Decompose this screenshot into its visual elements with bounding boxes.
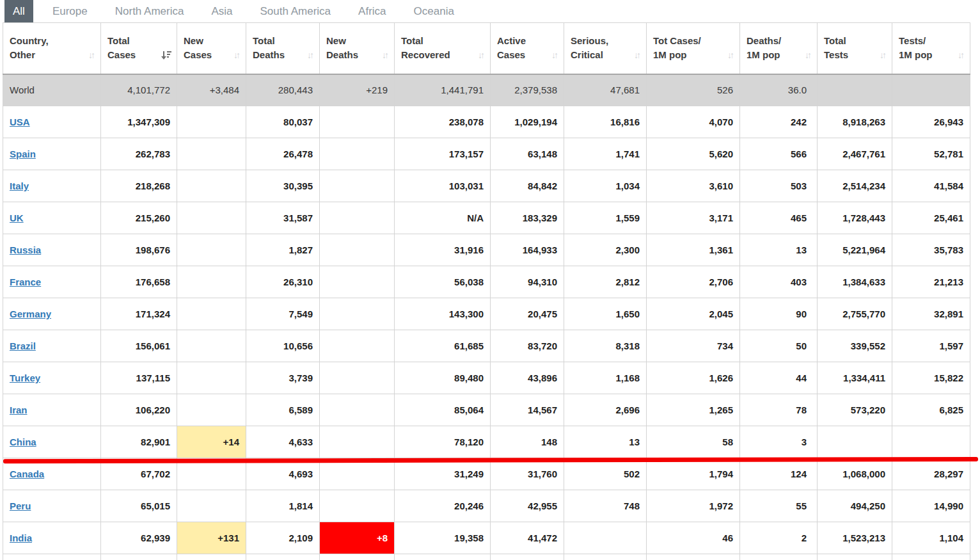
cell-cases-per-1m: 2,706	[647, 266, 740, 298]
cell-total-cases: 1,347,309	[101, 106, 177, 138]
column-header-new-cases[interactable]: NewCases↓↑	[177, 23, 246, 74]
cell-total-cases: 62,939	[101, 522, 177, 554]
table-row-india: India62,939+1312,109+819,35841,4724621,5…	[3, 522, 970, 554]
country-link-turkey[interactable]: Turkey	[10, 372, 40, 383]
cell-total-recovered: N/A	[395, 202, 491, 234]
cell-new-cases	[177, 490, 246, 522]
country-link-china[interactable]: China	[10, 436, 36, 447]
cell-total-tests: 573,220	[818, 394, 892, 426]
tab-asia[interactable]: Asia	[203, 0, 241, 22]
cell-deaths-per-1m: 36.0	[740, 74, 818, 106]
tab-south-america[interactable]: South America	[252, 0, 340, 22]
column-header-deaths-per-1m[interactable]: Deaths/1M pop↓↑	[740, 23, 818, 74]
country-link-brazil[interactable]: Brazil	[10, 340, 36, 351]
cell-tests-per-1m: 32,891	[892, 298, 970, 330]
cell-cases-per-1m: 46	[647, 522, 740, 554]
table-row-uk: UK215,26031,587N/A183,3291,5593,1714651,…	[3, 202, 970, 234]
cell-total-tests	[818, 426, 892, 458]
country-link-germany[interactable]: Germany	[10, 308, 51, 319]
country-link-france[interactable]: France	[10, 276, 41, 287]
cell-tests-per-1m	[892, 74, 970, 106]
cell-active-cases: 43,896	[491, 362, 564, 394]
cell-serious-critical: 8,318	[564, 330, 647, 362]
column-header-tests-per-1m[interactable]: Tests/1M pop↓↑	[892, 23, 970, 74]
cell-total-recovered: 20,246	[395, 490, 491, 522]
sort-arrows-icon: ↓↑	[958, 48, 965, 62]
cell-country: USA	[3, 106, 101, 138]
cell-tests-per-1m: 41,584	[892, 170, 970, 202]
cell-country: Russia	[3, 234, 101, 266]
cell-new-cases	[177, 362, 246, 394]
column-header-cases-per-1m[interactable]: Tot Cases/1M pop↓↑	[647, 23, 740, 74]
sort-arrows-icon: ↓↑	[88, 48, 95, 62]
table-row-china: China82,901+144,63378,12014813583	[3, 426, 970, 458]
cell-new-deaths: +8	[320, 522, 395, 554]
cell-deaths-per-1m: 13	[740, 234, 818, 266]
cell-country: Iran	[3, 394, 101, 426]
country-link-spain[interactable]: Spain	[10, 148, 36, 159]
table-row-world: World4,101,772+3,484280,443+2191,441,791…	[3, 74, 970, 106]
country-link-usa[interactable]: USA	[10, 116, 30, 127]
cell-total-tests: 2,514,234	[818, 170, 892, 202]
cell-deaths-per-1m: 124	[740, 458, 818, 490]
country-link-uk[interactable]: UK	[10, 212, 24, 223]
country-link-india[interactable]: India	[10, 532, 32, 543]
cell-new-cases	[177, 458, 246, 490]
country-link-italy[interactable]: Italy	[10, 180, 29, 191]
cell-new-cases	[177, 554, 246, 560]
country-link-canada[interactable]: Canada	[10, 468, 44, 479]
cell-new-deaths: +219	[320, 74, 395, 106]
cell-serious-critical: 2,300	[564, 234, 647, 266]
cell-cases-per-1m: 5,620	[647, 138, 740, 170]
tab-europe[interactable]: Europe	[44, 0, 96, 22]
cell-new-deaths	[320, 298, 395, 330]
cell-serious-critical: 16,816	[564, 106, 647, 138]
cell-total-cases: 215,260	[101, 202, 177, 234]
cell-total-deaths: 1,827	[246, 234, 320, 266]
cell-total-recovered: 31,916	[395, 234, 491, 266]
cell-total-deaths: 31,587	[246, 202, 320, 234]
cell-tests-per-1m: 52,781	[892, 138, 970, 170]
column-header-active-cases[interactable]: ActiveCases↓↑	[491, 23, 564, 74]
cell-total-tests: 8,918,263	[818, 106, 892, 138]
column-header-new-deaths[interactable]: NewDeaths↓↑	[320, 23, 395, 74]
sort-arrows-icon: ↓↑	[382, 48, 389, 62]
cell-tests-per-1m: 6,825	[892, 394, 970, 426]
cell-cases-per-1m	[647, 554, 740, 560]
cell-total-deaths: 80,037	[246, 106, 320, 138]
table-row-partial	[3, 554, 970, 560]
country-link-russia[interactable]: Russia	[10, 244, 41, 255]
cell-tests-per-1m: 1,104	[892, 522, 970, 554]
cell-serious-critical	[564, 554, 647, 560]
table-row-france: France176,65826,31056,03894,3102,8122,70…	[3, 266, 970, 298]
cell-total-recovered: 143,300	[395, 298, 491, 330]
tab-africa[interactable]: Africa	[350, 0, 394, 22]
column-header-total-deaths[interactable]: TotalDeaths↓↑	[246, 23, 320, 74]
tab-oceania[interactable]: Oceania	[406, 0, 462, 22]
column-header-country[interactable]: Country,Other↓↑	[3, 23, 101, 74]
cell-new-deaths	[320, 330, 395, 362]
country-link-iran[interactable]: Iran	[10, 404, 28, 415]
cell-total-tests: 1,384,633	[818, 266, 892, 298]
cell-new-deaths	[320, 106, 395, 138]
country-link-peru[interactable]: Peru	[10, 500, 31, 511]
column-header-total-tests[interactable]: TotalTests↓↑	[818, 23, 892, 74]
column-header-total-recovered[interactable]: TotalRecovered↓↑	[395, 23, 491, 74]
cell-deaths-per-1m: 50	[740, 330, 818, 362]
cell-new-cases	[177, 234, 246, 266]
cell-new-deaths	[320, 394, 395, 426]
cell-total-deaths: 280,443	[246, 74, 320, 106]
cell-deaths-per-1m: 503	[740, 170, 818, 202]
column-header-serious-critical[interactable]: Serious,Critical↓↑	[564, 23, 647, 74]
tab-north-america[interactable]: North America	[107, 0, 193, 22]
column-header-total-cases[interactable]: TotalCases	[101, 23, 177, 74]
tab-all[interactable]: All	[4, 0, 33, 22]
cell-cases-per-1m: 58	[647, 426, 740, 458]
cell-total-recovered: 19,358	[395, 522, 491, 554]
cell-total-deaths: 4,633	[246, 426, 320, 458]
cell-total-deaths: 30,395	[246, 170, 320, 202]
cell-total-tests: 339,552	[818, 330, 892, 362]
cell-active-cases: 14,567	[491, 394, 564, 426]
table-row-italy: Italy218,26830,395103,03184,8421,0343,61…	[3, 170, 970, 202]
cell-deaths-per-1m: 3	[740, 426, 818, 458]
